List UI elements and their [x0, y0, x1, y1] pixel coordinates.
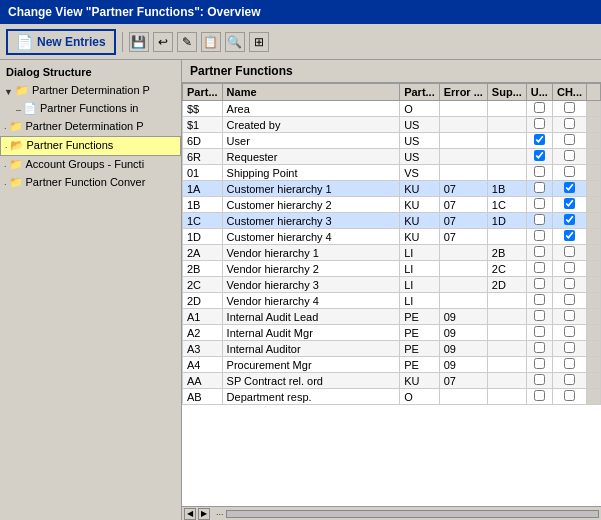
cell-u[interactable]	[526, 101, 552, 117]
ch-checkbox[interactable]	[564, 230, 575, 241]
table-row[interactable]: A4Procurement MgrPE09	[183, 357, 601, 373]
table-row[interactable]: 2CVendor hierarchy 3LI2D	[183, 277, 601, 293]
u-checkbox[interactable]	[534, 390, 545, 401]
table-row[interactable]: $1Created byUS	[183, 117, 601, 133]
u-checkbox[interactable]	[534, 166, 545, 177]
cell-u[interactable]	[526, 213, 552, 229]
u-checkbox[interactable]	[534, 310, 545, 321]
scroll-left-btn[interactable]: ◀	[184, 508, 196, 520]
u-checkbox[interactable]	[534, 342, 545, 353]
cell-ch[interactable]	[552, 389, 586, 405]
cell-u[interactable]	[526, 181, 552, 197]
u-checkbox[interactable]	[534, 134, 545, 145]
table-row[interactable]: A3Internal AuditorPE09	[183, 341, 601, 357]
cell-u[interactable]	[526, 149, 552, 165]
table-row[interactable]: A2Internal Audit MgrPE09	[183, 325, 601, 341]
u-checkbox[interactable]	[534, 326, 545, 337]
table-row[interactable]: AASP Contract rel. ordKU07	[183, 373, 601, 389]
scroll-right-btn[interactable]: ▶	[198, 508, 210, 520]
u-checkbox[interactable]	[534, 182, 545, 193]
cell-u[interactable]	[526, 293, 552, 309]
table-row[interactable]: 6RRequesterUS	[183, 149, 601, 165]
u-checkbox[interactable]	[534, 102, 545, 113]
u-checkbox[interactable]	[534, 150, 545, 161]
cell-u[interactable]	[526, 373, 552, 389]
ch-checkbox[interactable]	[564, 134, 575, 145]
ch-checkbox[interactable]	[564, 294, 575, 305]
ch-checkbox[interactable]	[564, 358, 575, 369]
cell-u[interactable]	[526, 165, 552, 181]
sidebar-item-item4[interactable]: · 📂 Partner Functions	[0, 136, 181, 156]
table-row[interactable]: 1ACustomer hierarchy 1KU071B	[183, 181, 601, 197]
new-entries-button[interactable]: 📄 New Entries	[6, 29, 116, 55]
ch-checkbox[interactable]	[564, 374, 575, 385]
cell-ch[interactable]	[552, 309, 586, 325]
sidebar-item-item1[interactable]: ▼ 📁 Partner Determination P	[0, 82, 181, 100]
sidebar-item-item3[interactable]: · 📁 Partner Determination P	[0, 118, 181, 136]
ch-checkbox[interactable]	[564, 214, 575, 225]
cell-ch[interactable]	[552, 373, 586, 389]
cell-ch[interactable]	[552, 165, 586, 181]
table-container[interactable]: Part...NamePart...Error ...Sup...U...CH.…	[182, 83, 601, 506]
u-checkbox[interactable]	[534, 230, 545, 241]
cell-u[interactable]	[526, 117, 552, 133]
cell-u[interactable]	[526, 325, 552, 341]
cell-ch[interactable]	[552, 277, 586, 293]
cell-u[interactable]	[526, 133, 552, 149]
ch-checkbox[interactable]	[564, 118, 575, 129]
ch-checkbox[interactable]	[564, 342, 575, 353]
ch-checkbox[interactable]	[564, 166, 575, 177]
cell-u[interactable]	[526, 277, 552, 293]
cell-u[interactable]	[526, 245, 552, 261]
table-row[interactable]: $$AreaO	[183, 101, 601, 117]
ch-checkbox[interactable]	[564, 390, 575, 401]
cell-ch[interactable]	[552, 117, 586, 133]
cell-ch[interactable]	[552, 101, 586, 117]
u-checkbox[interactable]	[534, 278, 545, 289]
cell-u[interactable]	[526, 309, 552, 325]
cell-ch[interactable]	[552, 341, 586, 357]
edit-icon[interactable]: ✎	[177, 32, 197, 52]
sidebar-item-item6[interactable]: · 📁 Partner Function Conver	[0, 174, 181, 192]
ch-checkbox[interactable]	[564, 326, 575, 337]
save-icon[interactable]: 💾	[129, 32, 149, 52]
u-checkbox[interactable]	[534, 214, 545, 225]
ch-checkbox[interactable]	[564, 246, 575, 257]
cell-ch[interactable]	[552, 261, 586, 277]
table-row[interactable]: 1CCustomer hierarchy 3KU071D	[183, 213, 601, 229]
cell-u[interactable]	[526, 229, 552, 245]
u-checkbox[interactable]	[534, 262, 545, 273]
ch-checkbox[interactable]	[564, 102, 575, 113]
table-row[interactable]: 2BVendor hierarchy 2LI2C	[183, 261, 601, 277]
table-row[interactable]: A1Internal Audit LeadPE09	[183, 309, 601, 325]
u-checkbox[interactable]	[534, 246, 545, 257]
u-checkbox[interactable]	[534, 198, 545, 209]
ch-checkbox[interactable]	[564, 262, 575, 273]
cell-u[interactable]	[526, 341, 552, 357]
sidebar-item-item5[interactable]: · 📁 Account Groups - Functi	[0, 156, 181, 174]
table-row[interactable]: 01Shipping PointVS	[183, 165, 601, 181]
table-row[interactable]: ABDepartment resp.O	[183, 389, 601, 405]
cell-ch[interactable]	[552, 357, 586, 373]
bottom-scrollbar[interactable]: ◀ ▶ ···	[182, 506, 601, 520]
u-checkbox[interactable]	[534, 294, 545, 305]
cell-ch[interactable]	[552, 133, 586, 149]
table-row[interactable]: 1BCustomer hierarchy 2KU071C	[183, 197, 601, 213]
sidebar-item-item2[interactable]: – 📄 Partner Functions in	[0, 100, 181, 118]
table-row[interactable]: 2DVendor hierarchy 4LI	[183, 293, 601, 309]
copy-icon[interactable]: 📋	[201, 32, 221, 52]
table-row[interactable]: 1DCustomer hierarchy 4KU07	[183, 229, 601, 245]
back-icon[interactable]: ↩	[153, 32, 173, 52]
cell-u[interactable]	[526, 389, 552, 405]
ch-checkbox[interactable]	[564, 278, 575, 289]
cell-ch[interactable]	[552, 229, 586, 245]
ch-checkbox[interactable]	[564, 310, 575, 321]
u-checkbox[interactable]	[534, 374, 545, 385]
ch-checkbox[interactable]	[564, 182, 575, 193]
cell-ch[interactable]	[552, 197, 586, 213]
scroll-track[interactable]	[226, 510, 599, 518]
cell-ch[interactable]	[552, 181, 586, 197]
cell-ch[interactable]	[552, 245, 586, 261]
cell-ch[interactable]	[552, 213, 586, 229]
cell-u[interactable]	[526, 357, 552, 373]
